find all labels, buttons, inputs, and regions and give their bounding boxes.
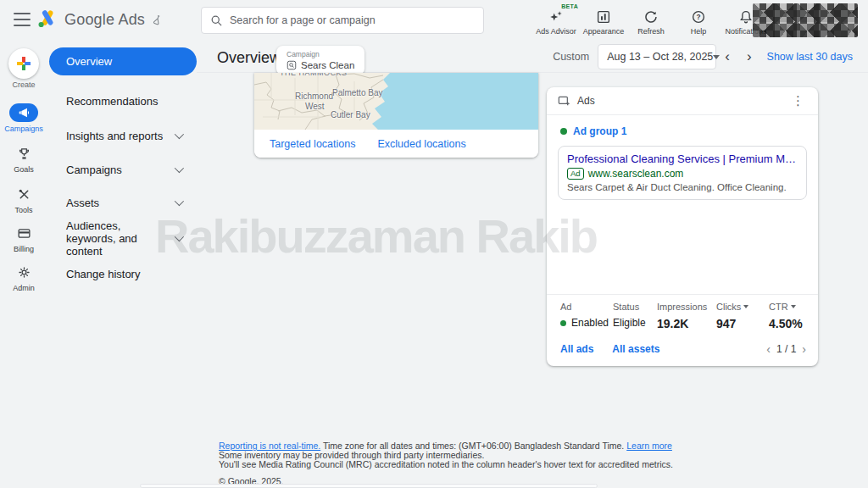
learn-more-link[interactable]: Learn more [626,441,672,451]
locations-map-card: THE HAMMOCKS Richmond West Palmetto Bay … [254,73,538,158]
nav-item-overview[interactable]: Overview [49,47,197,75]
nav-item-campaigns[interactable]: Campaigns [49,155,197,184]
product-name: Google Ads [64,11,145,29]
scope-campaign-name: Sears Clean [301,60,354,70]
nav-change-history-label: Change history [66,268,140,280]
tools-icon [9,185,38,203]
help-button[interactable]: ? Help [675,5,722,36]
map-graphic [254,73,538,130]
megaphone-icon [9,103,38,122]
plus-icon [17,57,31,70]
gear-icon [9,263,38,281]
beta-badge: BETA [561,3,578,9]
section-nav: Overview Recommendations Insights and re… [47,41,198,288]
next-period-button[interactable]: › [738,48,760,65]
campaign-scope-chip[interactable]: Campaign Sears Clean [276,46,364,75]
nav-assets-label: Assets [66,197,99,209]
page-next-icon[interactable]: › [802,342,806,356]
rail-item-campaigns[interactable]: Campaigns [0,103,47,133]
rail-item-goals[interactable]: Goals [0,144,47,174]
stat-clicks[interactable]: Clicks 947 [716,302,769,330]
create-button[interactable] [8,48,39,79]
search-input[interactable] [230,14,475,26]
footer-line-3: You'll see Media Rating Council (MRC) ac… [219,460,673,469]
nav-overview-label: Overview [66,55,112,68]
search-icon [210,14,223,27]
nav-campaigns-label: Campaigns [66,164,122,176]
rail-goals-label: Goals [14,165,34,174]
rail-item-tools[interactable]: Tools [0,185,47,214]
targeted-locations-link[interactable]: Targeted locations [270,138,355,150]
map-label-cutler-bay: Cutler Bay [331,110,370,119]
page-title: Overview [217,49,281,67]
sort-caret-icon [743,305,748,308]
ads-advisor-button[interactable]: BETA Ads Advisor [532,5,580,36]
rail-admin-label: Admin [13,284,35,292]
nav-item-insights-and-reports[interactable]: Insights and reports [49,121,197,150]
stat-impressions-value: 19.2K [657,317,716,330]
ads-card: Ads ⋮ Ad group 1 Professional Cleaning S… [547,87,818,366]
kebab-menu-icon[interactable]: ⋮ [788,93,808,108]
refresh-label: Refresh [637,27,665,36]
nav-item-change-history[interactable]: Change history [49,259,197,288]
top-bar: Google Ads BETA Ads Advisor [0,0,868,41]
stat-clicks-label: Clicks [716,302,741,312]
ad-description: Sears Carpet & Air Duct Cleaning. Office… [567,182,798,192]
ad-group-link[interactable]: Ad group 1 [547,115,818,144]
rail-item-billing[interactable]: Billing [0,224,47,253]
excluded-locations-link[interactable]: Excluded locations [377,138,465,150]
nav-item-assets[interactable]: Assets [49,188,197,217]
stat-status-label: Status [613,302,657,312]
trophy-icon [9,144,38,163]
nav-insights-label: Insights and reports [66,130,163,142]
pagination-label: 1 / 1 [776,343,796,355]
stat-ad-label: Ad [560,302,613,312]
date-range-dropdown[interactable]: Aug 13 – Oct 28, 2025 [598,44,716,69]
account-info-redacted[interactable] [753,3,858,37]
refresh-button[interactable]: Refresh [627,5,675,36]
ad-badge: Ad [567,168,584,180]
rail-item-admin[interactable]: Admin [0,263,47,292]
status-dot-icon [560,128,567,135]
show-last-30-days-link[interactable]: Show last 30 days [767,51,853,63]
experiments-icon[interactable] [152,14,163,25]
stat-clicks-value: 947 [716,317,769,330]
svg-text:?: ? [696,14,700,21]
nav-audiences-label: Audiences, keywords, and content [66,219,171,258]
appearance-label: Appearance [583,27,625,36]
billing-card-icon [9,224,38,242]
global-search[interactable] [201,7,484,34]
page-header: Overview Campaign Sears Clean Custom Aug… [197,41,868,73]
page-previous-icon[interactable]: ‹ [766,342,771,356]
notifications-icon [738,9,754,25]
enabled-dot-icon [560,320,566,326]
nav-item-recommendations[interactable]: Recommendations [49,86,197,115]
menu-icon[interactable] [14,13,31,26]
all-ads-link[interactable]: All ads [560,343,593,355]
horizontal-scrollbar[interactable] [140,484,598,488]
appearance-icon [596,9,611,25]
ad-stats-row: Ad Enabled Status Eligible Impressions 1… [547,294,818,330]
all-assets-link[interactable]: All assets [612,343,659,355]
map-label-palmetto-bay: Palmetto Bay [332,88,382,97]
chevron-down-icon [175,197,184,206]
ad-preview[interactable]: Professional Cleaning Services | Premium… [558,146,807,200]
nav-item-audiences-keywords-content[interactable]: Audiences, keywords, and content [49,219,197,258]
ad-group-name: Ad group 1 [573,125,626,137]
help-label: Help [691,27,707,36]
help-icon: ? [691,9,706,25]
scope-kind: Campaign [287,50,354,58]
chevron-down-icon [175,164,184,173]
refresh-icon [643,9,659,25]
map[interactable]: THE HAMMOCKS Richmond West Palmetto Bay … [254,73,538,130]
ads-card-title: Ads [577,95,788,107]
rail-campaigns-label: Campaigns [4,125,43,133]
ads-advisor-label: Ads Advisor [536,27,576,36]
map-label-richmond: Richmond [295,92,333,101]
chevron-down-icon [175,130,184,139]
nav-recommendations-label: Recommendations [66,95,158,108]
chevron-down-icon [175,232,184,241]
previous-period-button[interactable]: ‹ [716,48,738,65]
appearance-button[interactable]: Appearance [580,5,627,36]
stat-ctr[interactable]: CTR 4.50% [769,302,816,330]
